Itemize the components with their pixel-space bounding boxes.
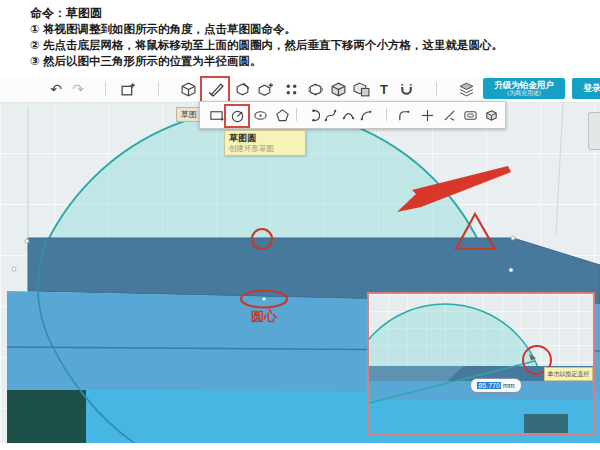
main-toolbar: ↶ ↷ T <box>0 75 600 103</box>
workplane-icon[interactable] <box>178 79 198 99</box>
account-button-label: 登录 <box>584 84 600 93</box>
pattern-icon[interactable] <box>281 79 301 99</box>
upgrade-button[interactable]: 升级为铂金用户 (为商业用途) <box>483 78 565 99</box>
duplicate-icon[interactable] <box>118 79 138 99</box>
step-1: ① 将视图调整到如图所示的角度，点击草图圆命令。 <box>30 21 590 37</box>
inset-tooltip: 单击以指定直径 <box>544 367 593 381</box>
side-panel-fragment <box>588 112 600 150</box>
combine-icon[interactable] <box>351 79 371 99</box>
tool-tooltip: 草图圆 创建环形草图 <box>224 130 306 156</box>
solid-icon[interactable] <box>328 79 348 99</box>
toolbar-separator <box>105 82 106 96</box>
lasso-select-icon[interactable] <box>305 79 325 99</box>
account-button[interactable]: 登录 <box>572 78 600 99</box>
sketch-toolbar <box>199 101 506 129</box>
add-shape-icon[interactable] <box>255 79 275 99</box>
sketch-icon[interactable] <box>205 80 225 100</box>
table-leg <box>7 390 86 443</box>
tooltip-subtitle: 创建环形草图 <box>229 144 301 153</box>
measurement-unit: mm <box>503 382 515 389</box>
instruction-block: 命令：草图圆 ① 将视图调整到如图所示的角度，点击草图圆命令。 ② 先点击底层网… <box>30 5 590 69</box>
step-2: ② 先点击底层网格，将鼠标移动至上面的圆圈内，然后垂直下移两个小方格，这里就是圆… <box>30 37 590 53</box>
redo-icon[interactable]: ↷ <box>68 79 88 99</box>
extrude-tool-icon[interactable] <box>483 107 499 123</box>
sketch-tool-highlight <box>200 76 230 103</box>
spline-tool-icon[interactable] <box>322 107 338 123</box>
ellipse-tool-icon[interactable] <box>252 107 268 123</box>
toolbar-separator <box>296 108 297 121</box>
toolbar-separator <box>436 82 437 96</box>
circle-tool-highlight <box>224 104 250 128</box>
upgrade-button-sublabel: (为商业用途) <box>507 90 541 97</box>
construction-line-tool-icon[interactable] <box>419 107 435 123</box>
fillet-tool-icon[interactable] <box>396 107 412 123</box>
polygon-tool-icon[interactable] <box>274 107 290 123</box>
measurement-value: 85.770 <box>477 382 500 389</box>
measurement-pill: 85.770 mm <box>470 378 522 393</box>
text-tool-icon[interactable]: T <box>374 79 394 99</box>
tooltip-title: 草图圆 <box>229 133 301 144</box>
upgrade-button-label: 升级为铂金用户 <box>494 81 554 90</box>
undo-icon[interactable]: ↶ <box>46 79 66 99</box>
magnified-inset: 85.770 mm 单击以指定直径 <box>367 292 595 435</box>
arc-center-tool-icon[interactable] <box>340 107 356 123</box>
magnet-icon[interactable] <box>396 79 416 99</box>
arc-tangent-tool-icon[interactable] <box>358 107 374 123</box>
circle-tool-icon[interactable] <box>229 108 245 124</box>
layers-icon[interactable] <box>456 79 476 99</box>
center-label: 圆心 <box>238 308 290 326</box>
step-3: ③ 然后以图中三角形所示的位置为半径画圆。 <box>30 53 590 69</box>
inset-graphics <box>369 294 593 433</box>
rectangle-tool-icon[interactable] <box>208 107 224 123</box>
offset-tool-icon[interactable] <box>462 107 478 123</box>
arc-3point-tool-icon[interactable] <box>304 107 320 123</box>
tutorial-screenshot: 命令：草图圆 ① 将视图调整到如图所示的角度，点击草图圆命令。 ② 先点击底层网… <box>0 0 600 450</box>
command-title: 命令：草图圆 <box>30 5 590 21</box>
trim-tool-icon[interactable] <box>441 107 457 123</box>
edit-sketch-icon[interactable] <box>232 79 252 99</box>
toolbar-separator <box>386 108 387 121</box>
toolbar-separator <box>158 82 159 96</box>
